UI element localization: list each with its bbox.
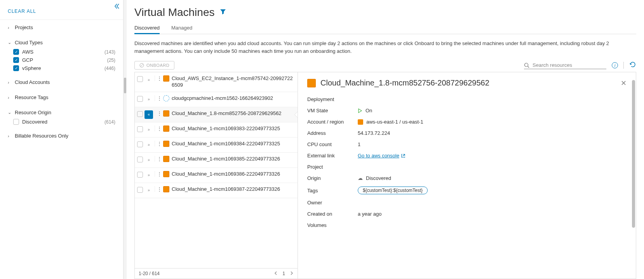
expand-row-icon[interactable]: » [144,75,153,84]
row-checkbox[interactable] [137,111,143,117]
volumes-label: Volumes [307,222,358,228]
search-container [524,61,606,69]
row-checkbox[interactable] [137,187,143,193]
filter-group-header[interactable]: ⌄Resource Origin [8,107,115,118]
row-checkbox[interactable] [137,76,143,82]
vm-table: »⋮Cloud_AWS_EC2_Instance_1-mcm875742-209… [135,72,298,279]
table-row[interactable]: »⋮Cloud_Machine_1-mcm1069384-22204977332… [135,138,298,153]
kebab-menu-icon[interactable]: ⋮ [155,186,162,192]
filter-group-header[interactable]: ›Projects [8,22,115,33]
kebab-menu-icon[interactable]: ⋮ [155,75,162,81]
tag-pill[interactable]: ${customTest}:${customTest} [358,187,428,194]
info-icon[interactable]: i [612,62,618,68]
chevron-down-icon: ⌄ [8,40,12,45]
filter-item[interactable]: ✓GCP(25) [13,56,115,64]
filter-group-title: Billable Resources Only [15,133,68,139]
table-row[interactable]: »⋮Cloud_Machine_1-mcm1069386-22204977332… [135,168,298,183]
chevron-right-icon: › [8,134,12,138]
splitter[interactable] [124,0,127,279]
pager-next-icon[interactable] [290,271,294,276]
kebab-menu-icon[interactable]: ⋮ [155,171,162,177]
external-link-text: Go to aws console [358,153,399,159]
vm-name: Cloud_Machine_1.8-mcm852756-208729629562 [172,110,282,117]
collapse-sidebar-icon[interactable] [114,3,120,10]
expand-row-icon[interactable]: » [144,141,153,149]
clear-all-button[interactable]: CLEAR ALL [0,5,123,20]
vm-name: Cloud_AWS_EC2_Instance_1-mcm875742-20992… [172,75,295,89]
onboard-button[interactable]: ONBOARD [134,61,174,70]
gcp-vm-icon [163,95,169,101]
filter-group-header[interactable]: ⌄Cloud Types [8,37,115,48]
table-row[interactable]: »⋮Cloud_Machine_1-mcm1069387-22204977332… [135,183,298,198]
expand-row-icon[interactable]: » [144,156,153,164]
tags-label: Tags [307,188,358,194]
filter-item[interactable]: Discovered(614) [13,118,115,126]
project-label: Project [307,164,358,170]
table-row[interactable]: »⋮Cloud_Machine_1-mcm1069385-22204977332… [135,153,298,168]
pager-range: 1-20 / 614 [139,271,160,276]
kebab-menu-icon[interactable]: ⋮ [155,141,162,146]
vm-state-label: VM State [307,108,358,113]
address-value: 54.173.72.224 [358,130,390,136]
main-content: Virtual Machines DiscoveredManaged Disco… [127,0,644,279]
filter-group-header[interactable]: ›Cloud Accounts [8,77,115,87]
filter-item-label: Discovered [22,119,47,125]
pager-prev-icon[interactable] [274,271,278,276]
checkbox[interactable]: ✓ [13,49,19,55]
svg-line-1 [141,64,143,67]
close-icon[interactable]: ✕ [621,79,627,87]
expand-row-icon[interactable]: » [144,95,153,104]
kebab-menu-icon[interactable]: ⋮ [155,126,162,131]
vm-name: Cloud_Machine_1-mcm1069387-222049773326 [172,186,280,193]
vm-name: cloudgcpmachine1-mcm1562-166264923902 [172,95,273,102]
tab-discovered[interactable]: Discovered [134,23,160,34]
checkbox[interactable]: ✓ [13,65,19,71]
table-row[interactable]: »⋮Cloud_Machine_1-mcm1069383-22204977332… [135,122,298,138]
owner-label: Owner [307,200,358,206]
splitter-handle-icon[interactable] [124,78,126,93]
search-input[interactable] [533,62,606,68]
kebab-menu-icon[interactable]: ⋮ [155,95,162,101]
filter-group-header[interactable]: ›Resource Tags [8,92,115,103]
filter-item[interactable]: ✓vSphere(446) [13,64,115,72]
aws-vm-icon [163,110,169,117]
kebab-menu-icon[interactable]: ⋮ [155,156,162,162]
expand-row-icon[interactable]: » [144,171,153,180]
filter-item-count: (446) [104,66,115,71]
filter-item-count: (25) [107,58,115,63]
kebab-menu-icon[interactable]: ⋮ [155,110,162,116]
table-row[interactable]: »⋮Cloud_AWS_EC2_Instance_1-mcm875742-209… [135,72,298,92]
filter-icon[interactable] [220,9,226,16]
detail-title: Cloud_Machine_1.8-mcm852756-208729629562 [320,78,489,87]
pager: 1-20 / 614 1 [135,268,298,279]
filter-group: ⌄Resource OriginDiscovered(614) [0,105,123,128]
refresh-icon[interactable] [629,61,636,70]
divider [623,62,624,69]
tab-managed[interactable]: Managed [171,23,192,34]
checkbox[interactable] [13,119,19,125]
vm-state-value: On [366,108,372,113]
page-description: Discovered machines are identified when … [134,40,636,55]
row-checkbox[interactable] [137,157,143,162]
detail-panel: Cloud_Machine_1.8-mcm852756-208729629562… [298,72,636,279]
expand-row-icon[interactable]: » [144,186,153,195]
row-checkbox[interactable] [137,172,143,178]
address-label: Address [307,130,358,136]
filter-group-header[interactable]: ›Billable Resources Only [8,131,115,141]
external-link[interactable]: Go to aws console [358,153,406,159]
filter-item[interactable]: ✓AWS(143) [13,48,115,56]
vm-name: Cloud_Machine_1-mcm1069383-222049773325 [172,126,280,132]
expand-row-icon[interactable]: » [144,126,153,134]
scrollbar[interactable] [632,80,635,228]
row-checkbox[interactable] [137,126,143,132]
table-row[interactable]: «⋮Cloud_Machine_1.8-mcm852756-2087296295… [135,107,298,122]
collapse-row-icon[interactable]: « [144,110,153,119]
external-link-label: External link [307,153,358,159]
row-checkbox[interactable] [137,96,143,102]
origin-value: Discovered [366,175,391,181]
table-row[interactable]: »⋮cloudgcpmachine1-mcm1562-166264923902 [135,92,298,107]
filter-group-title: Resource Tags [15,94,48,100]
row-checkbox[interactable] [137,141,143,147]
tabs: DiscoveredManaged [134,23,636,34]
checkbox[interactable]: ✓ [13,57,19,63]
